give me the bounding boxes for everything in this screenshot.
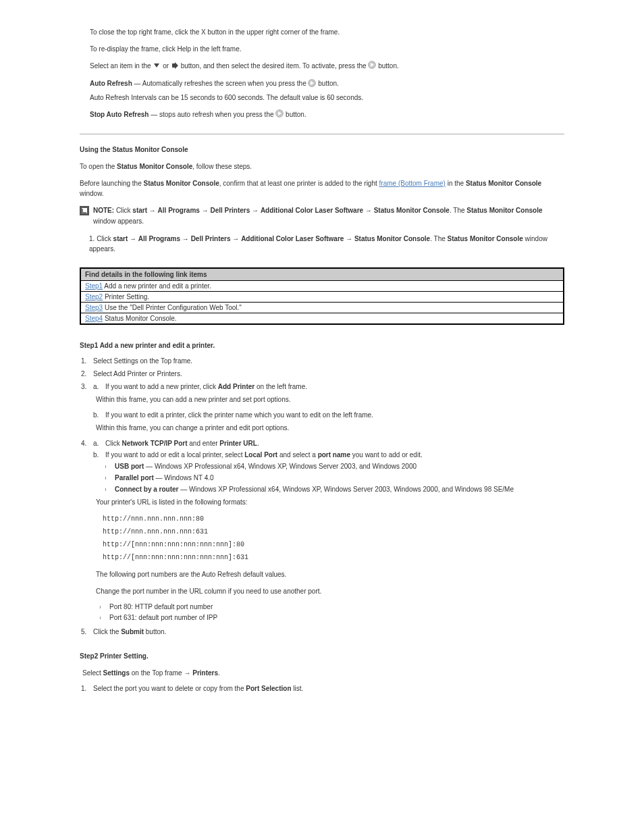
table-header: Find details in the following link items <box>80 268 564 281</box>
text: Port 80: <box>109 603 135 610</box>
divider <box>80 134 564 134</box>
svg-marker-0 <box>154 63 159 68</box>
text: If you want to add a new printer, click <box>105 383 218 390</box>
text: Printer Setting. <box>103 293 149 301</box>
list-letter: b. <box>93 411 99 419</box>
arrow-icon: → <box>149 207 158 214</box>
list-letter: b. <box>93 451 99 459</box>
list-number: 2. <box>81 370 86 377</box>
text: Click <box>97 235 113 242</box>
text: Local Port <box>244 451 277 459</box>
text: All Programs <box>158 207 202 214</box>
arrow-icon: → <box>232 235 239 242</box>
text: The following port numbers are the Auto … <box>96 571 286 578</box>
text: Connect by a router <box>115 486 178 493</box>
url-text: http://nnn.nnn.nnn.nnn:631 <box>103 527 564 537</box>
text: Auto Refresh Intervals can be 15 seconds… <box>90 94 363 101</box>
text: — Windows NT 4.0 <box>154 474 214 481</box>
text: Port 631: <box>109 614 138 621</box>
svg-marker-1 <box>172 62 178 69</box>
text: Status Monitor Console <box>374 207 450 214</box>
text: Select an item in the <box>90 62 153 70</box>
text: Additional Color Laser Software <box>261 207 365 214</box>
text: button. <box>144 628 166 635</box>
text: To close the top right frame, click the … <box>90 28 340 36</box>
step-link[interactable]: Step2 <box>85 293 103 301</box>
step-link[interactable]: Step4 <box>85 315 103 322</box>
text: window. <box>80 190 104 197</box>
text: Your printer's URL is listed in the foll… <box>96 498 248 506</box>
text: . The <box>450 207 466 214</box>
text: Select <box>82 669 103 677</box>
text: Change the port number in the URL column… <box>96 588 321 595</box>
text: button. <box>286 111 306 118</box>
text: Submit <box>121 628 144 635</box>
text: Click <box>105 440 122 447</box>
text: Add Printer <box>218 383 254 390</box>
text: you want to add or edit. <box>350 451 423 459</box>
text: start <box>113 235 128 242</box>
list-letter: a. <box>93 440 99 447</box>
subheading: Using the Status Monitor Console <box>80 145 564 155</box>
bottom-frame-link[interactable]: frame (Bottom Frame) <box>379 180 446 187</box>
step2-title: Step2 Printer Setting. <box>80 652 564 660</box>
text: To re-display the frame, click Help in t… <box>90 45 242 53</box>
text: Auto Refresh <box>90 80 132 87</box>
text: Select Settings on the Top frame. <box>93 357 192 365</box>
arrow-icon: → <box>182 235 189 242</box>
text: Click the <box>93 628 121 635</box>
text: USB port <box>115 463 144 470</box>
text: Printers <box>192 669 218 677</box>
text: Select Add Printer or Printers. <box>93 370 182 377</box>
text: Status Monitor Console <box>448 235 523 242</box>
text: and enter <box>188 440 220 447</box>
url-text: http://[nnn:nnn:nnn:nnn:nnn:nnn]:80 <box>103 540 564 550</box>
text: . <box>218 669 220 677</box>
text: button. <box>318 80 339 87</box>
text: Before launching the <box>80 180 144 187</box>
note-icon <box>80 206 89 217</box>
text: on the Top frame <box>130 669 184 677</box>
go-button-icon <box>275 109 284 120</box>
text: default port number of IPP <box>138 614 217 621</box>
list-number: 5. <box>81 628 86 635</box>
go-button-icon <box>368 61 376 72</box>
go-button-icon <box>308 79 316 90</box>
text: Dell Printers <box>191 235 233 242</box>
link-table: Find details in the following link items… <box>80 267 564 325</box>
text: port name <box>318 451 350 459</box>
text: and select a <box>277 451 317 459</box>
step-link[interactable]: Step3 <box>85 304 103 311</box>
text: Within this frame, you can add a new pri… <box>96 396 291 403</box>
text: Port Selection <box>246 685 291 692</box>
text: — stops auto refresh when you press the <box>149 111 275 118</box>
text: button, and then select the desired item… <box>181 62 369 70</box>
text: HTTP default port number <box>135 603 213 610</box>
arrow-icon: → <box>202 207 209 214</box>
text: in the <box>446 180 466 187</box>
url-text: http://nnn.nnn.nnn.nnn:80 <box>103 514 564 524</box>
text: , confirm that at least one printer is a… <box>219 180 379 187</box>
step-link[interactable]: Step1 <box>85 282 103 290</box>
text: Status Monitor Console <box>466 207 542 214</box>
text: Printer URL <box>219 440 257 447</box>
text: or <box>163 62 171 70</box>
step1-title: Step1 Add a new printer and edit a print… <box>80 342 564 349</box>
arrow-icon: → <box>365 207 372 214</box>
text: Status Monitor Console <box>466 180 541 187</box>
text: Settings <box>103 669 130 677</box>
text: on the left frame. <box>254 383 307 390</box>
text: , follow these steps. <box>192 163 252 170</box>
text: — Windows XP Professional x64, Windows X… <box>144 463 417 470</box>
text: To open the <box>80 163 117 170</box>
text: Additional Color Laser Software <box>241 235 346 242</box>
text: Status Monitor Console <box>354 235 430 242</box>
text: 1. <box>89 235 95 242</box>
arrow-icon: → <box>346 235 352 242</box>
text: — Automatically refreshes the screen whe… <box>132 80 308 87</box>
url-text: http://[nnn:nnn:nnn:nnn:nnn:nnn]:631 <box>103 552 564 563</box>
text: If you want to edit a printer, click the… <box>105 411 373 419</box>
note-label: NOTE: <box>93 207 116 214</box>
list-number: 3. <box>81 383 86 390</box>
text: Click <box>116 207 132 214</box>
